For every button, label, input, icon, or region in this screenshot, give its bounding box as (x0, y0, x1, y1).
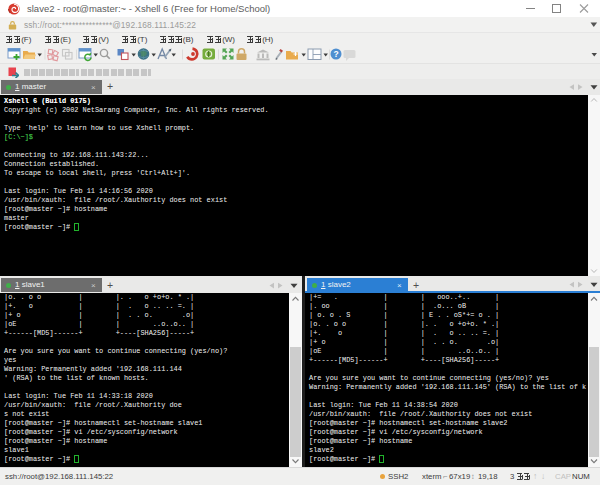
svg-text:?: ? (333, 49, 338, 59)
